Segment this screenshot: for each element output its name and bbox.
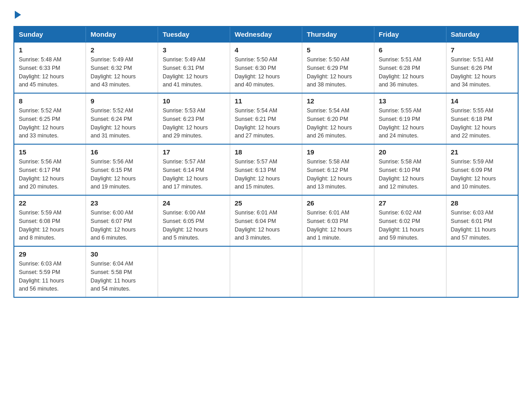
- logo: [13, 9, 21, 17]
- calendar-cell: 17Sunrise: 5:57 AMSunset: 6:14 PMDayligh…: [158, 144, 230, 195]
- day-number: 14: [451, 97, 513, 105]
- calendar-table: SundayMondayTuesdayWednesdayThursdayFrid…: [13, 26, 519, 298]
- day-number: 15: [19, 148, 81, 156]
- day-info: Sunrise: 6:01 AMSunset: 6:03 PMDaylight:…: [307, 209, 369, 242]
- day-info: Sunrise: 5:51 AMSunset: 6:28 PMDaylight:…: [379, 56, 442, 89]
- calendar-cell: 3Sunrise: 5:49 AMSunset: 6:31 PMDaylight…: [158, 42, 230, 93]
- day-info: Sunrise: 5:56 AMSunset: 6:17 PMDaylight:…: [19, 158, 81, 191]
- day-number: 25: [235, 199, 297, 207]
- day-info: Sunrise: 5:49 AMSunset: 6:31 PMDaylight:…: [163, 56, 225, 89]
- day-number: 29: [19, 250, 81, 258]
- calendar-cell: 22Sunrise: 5:59 AMSunset: 6:08 PMDayligh…: [14, 195, 86, 246]
- calendar-cell: 5Sunrise: 5:50 AMSunset: 6:29 PMDaylight…: [302, 42, 374, 93]
- calendar-cell: 15Sunrise: 5:56 AMSunset: 6:17 PMDayligh…: [14, 144, 86, 195]
- day-info: Sunrise: 6:00 AMSunset: 6:07 PMDaylight:…: [90, 209, 153, 242]
- day-number: 5: [307, 46, 369, 54]
- calendar-cell: 9Sunrise: 5:52 AMSunset: 6:24 PMDaylight…: [86, 93, 158, 144]
- calendar-cell: 18Sunrise: 5:57 AMSunset: 6:13 PMDayligh…: [230, 144, 302, 195]
- calendar-cell: [302, 246, 374, 297]
- day-number: 19: [307, 148, 369, 156]
- week-row-4: 22Sunrise: 5:59 AMSunset: 6:08 PMDayligh…: [14, 195, 518, 246]
- day-number: 24: [163, 199, 225, 207]
- day-info: Sunrise: 5:58 AMSunset: 6:12 PMDaylight:…: [307, 158, 369, 191]
- day-number: 13: [379, 97, 442, 105]
- day-info: Sunrise: 5:58 AMSunset: 6:10 PMDaylight:…: [379, 158, 442, 191]
- day-info: Sunrise: 6:01 AMSunset: 6:04 PMDaylight:…: [235, 209, 297, 242]
- weekday-header-thursday: Thursday: [302, 26, 374, 42]
- day-number: 2: [90, 46, 153, 54]
- calendar-cell: 1Sunrise: 5:48 AMSunset: 6:33 PMDaylight…: [14, 42, 86, 93]
- day-info: Sunrise: 5:48 AMSunset: 6:33 PMDaylight:…: [19, 56, 81, 89]
- calendar-cell: [446, 246, 518, 297]
- day-number: 30: [90, 250, 153, 258]
- week-row-1: 1Sunrise: 5:48 AMSunset: 6:33 PMDaylight…: [14, 42, 518, 93]
- calendar-cell: [158, 246, 230, 297]
- day-number: 3: [163, 46, 225, 54]
- calendar-cell: 21Sunrise: 5:59 AMSunset: 6:09 PMDayligh…: [446, 144, 518, 195]
- calendar-cell: 20Sunrise: 5:58 AMSunset: 6:10 PMDayligh…: [374, 144, 446, 195]
- day-number: 17: [163, 148, 225, 156]
- calendar-cell: 23Sunrise: 6:00 AMSunset: 6:07 PMDayligh…: [86, 195, 158, 246]
- day-info: Sunrise: 6:02 AMSunset: 6:02 PMDaylight:…: [379, 209, 442, 242]
- calendar-cell: 30Sunrise: 6:04 AMSunset: 5:58 PMDayligh…: [86, 246, 158, 297]
- day-number: 7: [451, 46, 513, 54]
- weekday-header-saturday: Saturday: [446, 26, 518, 42]
- day-number: 6: [379, 46, 442, 54]
- day-info: Sunrise: 5:57 AMSunset: 6:13 PMDaylight:…: [235, 158, 297, 191]
- day-info: Sunrise: 6:04 AMSunset: 5:58 PMDaylight:…: [90, 260, 153, 293]
- weekday-header-monday: Monday: [86, 26, 158, 42]
- weekday-header-row: SundayMondayTuesdayWednesdayThursdayFrid…: [14, 26, 518, 42]
- day-number: 28: [451, 199, 513, 207]
- calendar-cell: 13Sunrise: 5:55 AMSunset: 6:19 PMDayligh…: [374, 93, 446, 144]
- calendar-cell: 14Sunrise: 5:55 AMSunset: 6:18 PMDayligh…: [446, 93, 518, 144]
- day-info: Sunrise: 5:55 AMSunset: 6:19 PMDaylight:…: [379, 107, 442, 140]
- calendar-cell: 2Sunrise: 5:49 AMSunset: 6:32 PMDaylight…: [86, 42, 158, 93]
- day-info: Sunrise: 6:03 AMSunset: 6:01 PMDaylight:…: [451, 209, 513, 242]
- day-number: 21: [451, 148, 513, 156]
- weekday-header-friday: Friday: [374, 26, 446, 42]
- day-number: 10: [163, 97, 225, 105]
- page-header: [13, 9, 519, 17]
- day-info: Sunrise: 6:00 AMSunset: 6:05 PMDaylight:…: [163, 209, 225, 242]
- calendar-cell: 8Sunrise: 5:52 AMSunset: 6:25 PMDaylight…: [14, 93, 86, 144]
- calendar-cell: 25Sunrise: 6:01 AMSunset: 6:04 PMDayligh…: [230, 195, 302, 246]
- day-number: 9: [90, 97, 153, 105]
- calendar-cell: 26Sunrise: 6:01 AMSunset: 6:03 PMDayligh…: [302, 195, 374, 246]
- day-info: Sunrise: 6:03 AMSunset: 5:59 PMDaylight:…: [19, 260, 81, 293]
- day-number: 4: [235, 46, 297, 54]
- calendar-cell: 10Sunrise: 5:53 AMSunset: 6:23 PMDayligh…: [158, 93, 230, 144]
- calendar-cell: 7Sunrise: 5:51 AMSunset: 6:26 PMDaylight…: [446, 42, 518, 93]
- day-info: Sunrise: 5:52 AMSunset: 6:25 PMDaylight:…: [19, 107, 81, 140]
- calendar-cell: [374, 246, 446, 297]
- day-info: Sunrise: 5:50 AMSunset: 6:29 PMDaylight:…: [307, 56, 369, 89]
- day-info: Sunrise: 5:57 AMSunset: 6:14 PMDaylight:…: [163, 158, 225, 191]
- day-info: Sunrise: 5:50 AMSunset: 6:30 PMDaylight:…: [235, 56, 297, 89]
- day-number: 20: [379, 148, 442, 156]
- weekday-header-tuesday: Tuesday: [158, 26, 230, 42]
- day-number: 8: [19, 97, 81, 105]
- weekday-header-sunday: Sunday: [14, 26, 86, 42]
- calendar-cell: 28Sunrise: 6:03 AMSunset: 6:01 PMDayligh…: [446, 195, 518, 246]
- day-number: 27: [379, 199, 442, 207]
- calendar-cell: 12Sunrise: 5:54 AMSunset: 6:20 PMDayligh…: [302, 93, 374, 144]
- day-info: Sunrise: 5:59 AMSunset: 6:08 PMDaylight:…: [19, 209, 81, 242]
- calendar-cell: 11Sunrise: 5:54 AMSunset: 6:21 PMDayligh…: [230, 93, 302, 144]
- weekday-header-wednesday: Wednesday: [230, 26, 302, 42]
- logo-arrow-icon: [15, 11, 21, 19]
- day-info: Sunrise: 5:51 AMSunset: 6:26 PMDaylight:…: [451, 56, 513, 89]
- calendar-cell: 16Sunrise: 5:56 AMSunset: 6:15 PMDayligh…: [86, 144, 158, 195]
- day-number: 22: [19, 199, 81, 207]
- day-info: Sunrise: 5:53 AMSunset: 6:23 PMDaylight:…: [163, 107, 225, 140]
- day-number: 23: [90, 199, 153, 207]
- day-info: Sunrise: 5:52 AMSunset: 6:24 PMDaylight:…: [90, 107, 153, 140]
- day-info: Sunrise: 5:54 AMSunset: 6:20 PMDaylight:…: [307, 107, 369, 140]
- day-number: 12: [307, 97, 369, 105]
- day-number: 16: [90, 148, 153, 156]
- week-row-3: 15Sunrise: 5:56 AMSunset: 6:17 PMDayligh…: [14, 144, 518, 195]
- calendar-cell: 19Sunrise: 5:58 AMSunset: 6:12 PMDayligh…: [302, 144, 374, 195]
- week-row-5: 29Sunrise: 6:03 AMSunset: 5:59 PMDayligh…: [14, 246, 518, 297]
- day-info: Sunrise: 5:59 AMSunset: 6:09 PMDaylight:…: [451, 158, 513, 191]
- day-number: 1: [19, 46, 81, 54]
- calendar-cell: 24Sunrise: 6:00 AMSunset: 6:05 PMDayligh…: [158, 195, 230, 246]
- calendar-cell: 6Sunrise: 5:51 AMSunset: 6:28 PMDaylight…: [374, 42, 446, 93]
